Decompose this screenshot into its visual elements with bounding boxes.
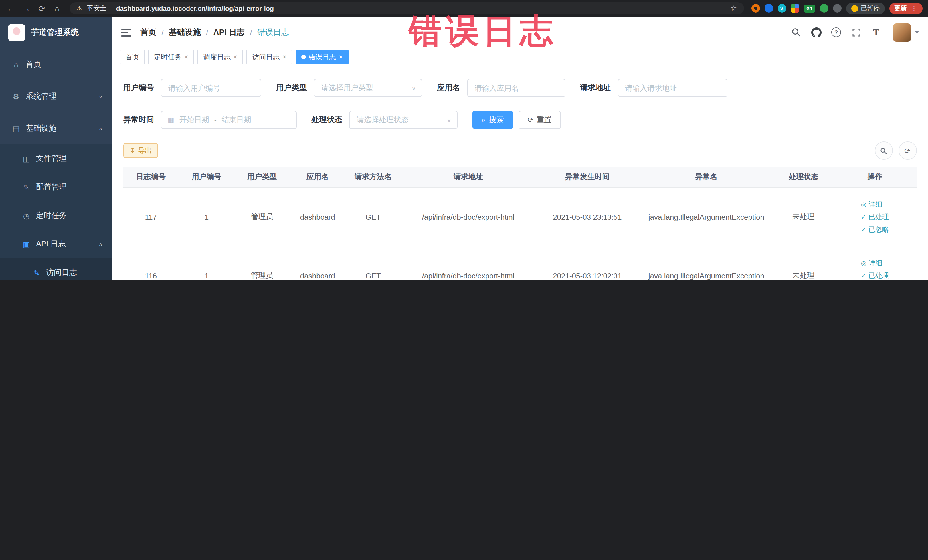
cell-user-type: 管理员 xyxy=(234,270,290,280)
export-button[interactable]: ↧ 导出 xyxy=(123,143,158,158)
detail-link[interactable]: ◎ 详细 xyxy=(861,198,889,211)
close-icon[interactable]: × xyxy=(184,53,188,61)
tab-error-log[interactable]: 错误日志 × xyxy=(296,50,349,64)
check-icon: ✓ xyxy=(861,223,866,236)
mark-ignored-link[interactable]: ✓ 已忽略 xyxy=(861,223,889,236)
sidebar-item-system-management[interactable]: ⚙ 系统管理 ∨ xyxy=(0,81,112,112)
cell-exception-time: 2021-05-03 23:13:51 xyxy=(536,212,639,221)
extensions-area: V on 已暂停 更新 ⋮ xyxy=(751,3,922,14)
access-log-icon: ✎ xyxy=(32,269,41,277)
cell-exception-name: java.lang.IllegalArgumentException xyxy=(639,271,774,280)
breadcrumb-api-log[interactable]: API 日志 xyxy=(214,27,245,37)
cell-app-name: dashboard xyxy=(290,271,345,280)
app-name-input[interactable] xyxy=(467,79,565,97)
col-app-name: 应用名 xyxy=(290,172,345,182)
refresh-button[interactable]: ⟳ xyxy=(898,142,917,160)
sidebar-item-file-management[interactable]: ◫ 文件管理 xyxy=(0,144,112,173)
gear-icon: ⚙ xyxy=(11,92,21,101)
user-id-input[interactable] xyxy=(161,79,261,97)
sidebar-toggle-icon[interactable] xyxy=(121,28,131,36)
github-icon[interactable] xyxy=(810,26,822,38)
error-log-table: 日志编号 用户编号 用户类型 应用名 请求方法名 请求地址 异常发生时间 异常名… xyxy=(123,166,917,280)
avatar[interactable] xyxy=(893,23,911,41)
app-logo[interactable]: 芋道管理系统 xyxy=(0,17,112,49)
request-url-input[interactable] xyxy=(618,79,727,97)
browser-menu-icon[interactable]: ⋮ xyxy=(911,5,917,12)
col-user-id: 用户编号 xyxy=(179,172,235,182)
breadcrumb-infrastructure[interactable]: 基础设施 xyxy=(169,27,201,37)
extension-icon[interactable] xyxy=(751,4,760,12)
browser-reload-icon[interactable]: ⟳ xyxy=(37,4,47,13)
exception-time-range-picker[interactable]: ▦ 开始日期 - 结束日期 xyxy=(161,111,297,129)
mark-processed-link[interactable]: ✓ 已处理 xyxy=(861,269,889,280)
user-type-label: 用户类型 xyxy=(276,83,307,93)
process-status-select[interactable]: 请选择处理状态 ∨ xyxy=(349,111,458,129)
browser-forward-icon[interactable]: → xyxy=(21,4,31,13)
tabs-bar: 首页 定时任务 × 调度日志 × 访问日志 × 错误日志 × xyxy=(112,49,928,66)
tab-home[interactable]: 首页 xyxy=(120,50,145,64)
check-icon: ✓ xyxy=(861,211,866,223)
download-icon: ↧ xyxy=(130,146,135,155)
paused-extension-button[interactable]: 已暂停 xyxy=(846,3,885,14)
breadcrumb-home[interactable]: 首页 xyxy=(140,27,156,37)
font-size-icon[interactable]: T xyxy=(870,26,882,38)
cell-log-id: 116 xyxy=(123,271,179,280)
navbar-actions: ? T xyxy=(791,23,919,41)
address-bar[interactable]: ⚠ 不安全 dashboard.yudao.iocoder.cn/infra/l… xyxy=(70,2,744,14)
sidebar-item-home[interactable]: ⌂ 首页 xyxy=(0,49,112,81)
sidebar-item-config-management[interactable]: ✎ 配置管理 xyxy=(0,173,112,201)
breadcrumb-current: 错误日志 xyxy=(257,27,289,37)
url-text[interactable]: dashboard.yudao.iocoder.cn/infra/log/api… xyxy=(116,5,726,12)
chevron-down-icon: ∨ xyxy=(447,117,451,123)
sidebar-item-scheduled-tasks[interactable]: ◷ 定时任务 xyxy=(0,201,112,230)
cell-log-id: 117 xyxy=(123,212,179,221)
extension-icon[interactable] xyxy=(791,4,799,12)
mark-processed-link[interactable]: ✓ 已处理 xyxy=(861,211,889,223)
extension-icon[interactable] xyxy=(833,4,841,12)
tab-scheduled-tasks[interactable]: 定时任务 × xyxy=(148,50,194,64)
table-row: 117 1 管理员 dashboard GET /api/infra/db-do… xyxy=(123,188,917,246)
browser-back-icon[interactable]: ← xyxy=(6,4,16,13)
extension-icon[interactable]: V xyxy=(777,4,786,12)
extension-icon[interactable] xyxy=(820,4,828,12)
sidebar-item-access-log[interactable]: ✎ 访问日志 xyxy=(0,258,112,280)
extension-icon[interactable] xyxy=(764,4,773,12)
config-icon: ✎ xyxy=(22,183,31,191)
page-content: 用户编号 用户类型 请选择用户类型 ∨ 应用名 xyxy=(112,66,928,280)
col-method: 请求方法名 xyxy=(345,172,401,182)
filter-row-1: 用户编号 用户类型 请选择用户类型 ∨ 应用名 xyxy=(123,79,917,97)
search-button[interactable]: ⌕ 搜索 xyxy=(472,111,513,129)
bookmark-star-icon[interactable]: ☆ xyxy=(730,4,737,12)
reset-button[interactable]: ⟳ 重置 xyxy=(518,111,560,129)
breadcrumb: 首页 / 基础设施 / API 日志 / 错误日志 xyxy=(140,27,289,37)
tab-schedule-log[interactable]: 调度日志 × xyxy=(197,50,243,64)
infrastructure-icon: ▤ xyxy=(11,124,21,133)
process-status-label: 处理状态 xyxy=(311,115,342,125)
user-type-select[interactable]: 请选择用户类型 ∨ xyxy=(314,79,422,97)
col-log-id: 日志编号 xyxy=(123,172,179,182)
eye-icon: ◎ xyxy=(861,198,866,211)
close-icon[interactable]: × xyxy=(339,53,343,61)
fullscreen-icon[interactable] xyxy=(850,26,862,38)
tab-access-log[interactable]: 访问日志 × xyxy=(246,50,292,64)
sidebar-item-api-log[interactable]: ▣ API 日志 ∧ xyxy=(0,230,112,258)
user-menu[interactable] xyxy=(893,23,919,41)
browser-chrome: ← → ⟳ ⌂ ⚠ 不安全 dashboard.yudao.iocoder.cn… xyxy=(0,0,928,17)
user-id-label: 用户编号 xyxy=(123,83,154,93)
sidebar-item-infrastructure[interactable]: ▤ 基础设施 ∧ xyxy=(0,112,112,144)
close-icon[interactable]: × xyxy=(234,53,237,61)
search-icon[interactable] xyxy=(791,26,802,38)
smiley-icon xyxy=(851,5,858,12)
detail-link[interactable]: ◎ 详细 xyxy=(861,257,889,269)
sidebar: 芋道管理系统 ⌂ 首页 ⚙ 系统管理 ∨ ▤ 基础设施 ∧ ◫ 文件管理 ✎ xyxy=(0,17,112,280)
extension-on-badge[interactable]: on xyxy=(804,4,815,12)
help-icon[interactable]: ? xyxy=(830,26,842,38)
toggle-search-button[interactable] xyxy=(875,142,893,160)
chrome-update-button[interactable]: 更新 ⋮ xyxy=(889,3,922,14)
security-label[interactable]: 不安全 xyxy=(87,4,107,12)
col-exception-time: 异常发生时间 xyxy=(536,172,639,182)
table-row: 116 1 管理员 dashboard GET /api/infra/db-do… xyxy=(123,246,917,280)
browser-home-icon[interactable]: ⌂ xyxy=(52,4,62,13)
cell-exception-time: 2021-05-03 12:02:31 xyxy=(536,271,639,280)
close-icon[interactable]: × xyxy=(282,53,286,61)
